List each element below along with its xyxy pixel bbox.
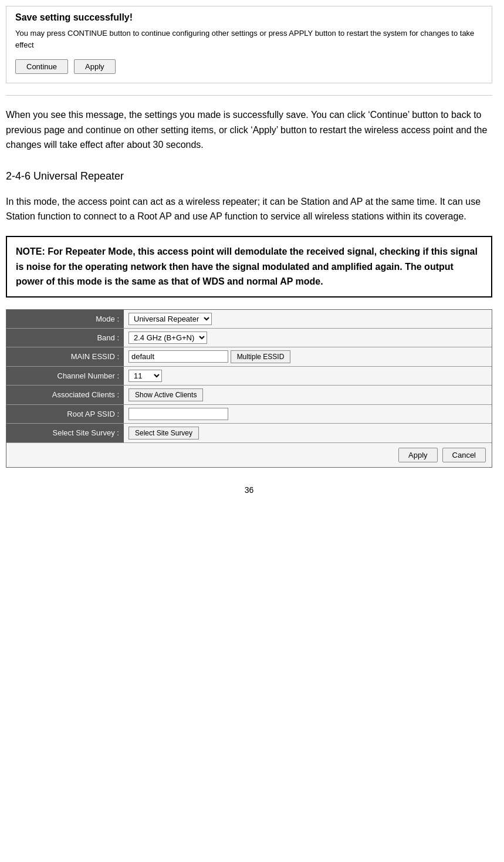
divider-1 [6,95,492,96]
settings-row: MAIN ESSID : Multiple ESSID [6,347,492,366]
settings-value-2: Multiple ESSID [124,347,492,366]
settings-label-1: Band : [6,328,124,347]
settings-value-4: Show Active Clients [124,385,492,404]
bottom-button-row: Apply Cancel [6,442,492,467]
settings-label-5: Root AP SSID : [6,404,124,423]
settings-value-1: 2.4 GHz (B+G+N)2.4 GHz (B)2.4 GHz (G)2.4… [124,328,492,347]
settings-value-3: 12345678910111213Auto [124,366,492,385]
note-box: NOTE: For Repeater Mode, this access poi… [6,236,492,298]
settings-row: Root AP SSID : [6,404,492,423]
description-paragraph1: When you see this message, the settings … [6,107,492,153]
save-notice-buttons: Continue Apply [15,59,483,74]
settings-label-4: Associated Clients : [6,385,124,404]
settings-container: Mode :Universal RepeaterAPStationWDSAP+W… [6,309,492,468]
settings-value-5 [124,404,492,423]
note-text: NOTE: For Repeater Mode, this access poi… [16,244,482,289]
settings-select-1[interactable]: 2.4 GHz (B+G+N)2.4 GHz (B)2.4 GHz (G)2.4… [128,332,207,344]
settings-row: Select Site Survey :Select Site Survey [6,423,492,442]
text-input-5[interactable] [128,408,228,420]
settings-label-3: Channel Number : [6,366,124,385]
settings-label-2: MAIN ESSID : [6,347,124,366]
section-title: 2-4-6 Universal Repeater [6,170,492,182]
apply-bottom-button[interactable]: Apply [398,448,438,462]
settings-row: Mode :Universal RepeaterAPStationWDSAP+W… [6,310,492,329]
continue-button[interactable]: Continue [15,59,68,74]
settings-table: Mode :Universal RepeaterAPStationWDSAP+W… [6,310,492,442]
settings-select-0[interactable]: Universal RepeaterAPStationWDSAP+WDS [128,313,212,325]
multiple-essid-button[interactable]: Multiple ESSID [231,350,291,363]
page-number: 36 [6,485,492,495]
save-notice-title: Save setting successfully! [15,12,483,23]
cancel-button[interactable]: Cancel [442,448,486,462]
settings-row: Band :2.4 GHz (B+G+N)2.4 GHz (B)2.4 GHz … [6,328,492,347]
settings-value-6: Select Site Survey [124,423,492,442]
essid-input[interactable] [128,350,228,363]
settings-label-0: Mode : [6,310,124,329]
save-notice-text: You may press CONTINUE button to continu… [15,28,483,50]
settings-label-6: Select Site Survey : [6,423,124,442]
settings-value-0: Universal RepeaterAPStationWDSAP+WDS [124,310,492,329]
settings-row: Associated Clients :Show Active Clients [6,385,492,404]
apply-top-button[interactable]: Apply [74,59,116,74]
channel-select[interactable]: 12345678910111213Auto [128,370,162,382]
row-button-6[interactable]: Select Site Survey [128,427,199,440]
row-button-4[interactable]: Show Active Clients [128,388,203,401]
description-paragraph2: In this mode, the access point can act a… [6,194,492,224]
settings-row: Channel Number :12345678910111213Auto [6,366,492,385]
save-notice-box: Save setting successfully! You may press… [6,6,492,83]
